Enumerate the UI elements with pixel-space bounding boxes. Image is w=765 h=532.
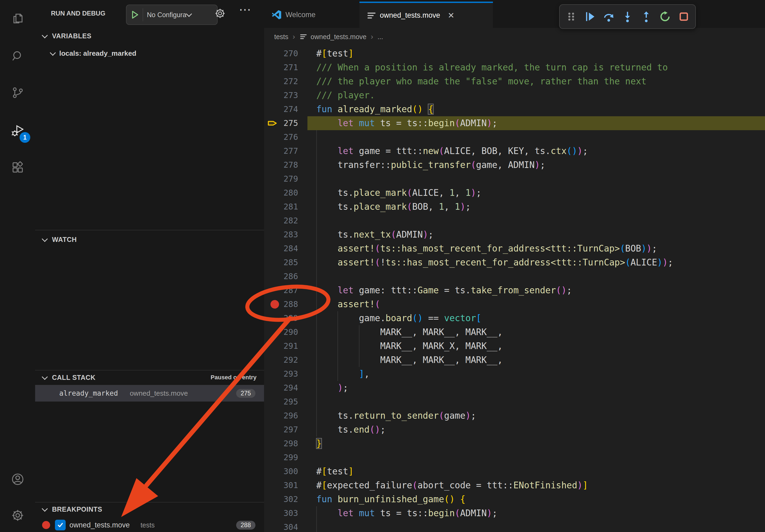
tab-owned-tests[interactable]: owned_tests.move ✕ [360, 2, 493, 28]
line-number[interactable]: 291 [270, 339, 298, 353]
close-icon[interactable]: ✕ [447, 11, 454, 20]
code-line-293[interactable]: 293 ], [264, 367, 765, 381]
step-out-button[interactable] [640, 10, 652, 23]
line-number[interactable]: 273 [270, 89, 298, 102]
code-line-280[interactable]: 280 ts.place_mark(ALICE, 1, 1); [264, 186, 765, 200]
line-number[interactable]: 299 [270, 450, 298, 464]
call-stack-section-header[interactable]: CALL STACK Paused on entry [35, 371, 264, 385]
line-number[interactable]: 272 [270, 75, 298, 89]
line-number[interactable]: 282 [270, 214, 298, 228]
line-number[interactable]: 285 [270, 256, 298, 269]
code-area[interactable]: 270#[test]271/// When a position is alre… [264, 46, 765, 532]
line-number[interactable]: 294 [270, 381, 298, 395]
account-icon[interactable] [0, 464, 35, 494]
watch-section-header[interactable]: WATCH [35, 230, 264, 249]
line-number[interactable]: 292 [270, 353, 298, 367]
stop-button[interactable] [678, 10, 690, 23]
code-line-282[interactable]: 282 [264, 214, 765, 228]
line-number[interactable]: 274 [270, 102, 298, 116]
code-line-303[interactable]: 303 let mut ts = ts::begin(ADMIN); [264, 506, 765, 520]
line-number[interactable]: 289 [270, 311, 298, 325]
more-actions-icon[interactable]: ⋯ [239, 2, 252, 17]
line-number[interactable]: 293 [270, 367, 298, 381]
code-line-283[interactable]: 283 ts.next_tx(ADMIN); [264, 228, 765, 242]
code-line-292[interactable]: 292 MARK__, MARK__, MARK__, [264, 353, 765, 367]
line-number[interactable]: 295 [270, 395, 298, 409]
line-number[interactable]: 297 [270, 423, 298, 437]
code-line-270[interactable]: 270#[test] [264, 47, 765, 61]
variables-locals-item[interactable]: locals: already_marked [35, 45, 264, 62]
code-line-294[interactable]: 294 ); [264, 381, 765, 395]
line-number[interactable]: 298 [270, 437, 298, 450]
line-number[interactable]: 278 [270, 158, 298, 172]
code-line-298[interactable]: 298} [264, 437, 765, 450]
line-number[interactable]: 275 [270, 116, 298, 130]
code-line-277[interactable]: 277 let game = ttt::new(ALICE, BOB, KEY,… [264, 144, 765, 158]
breadcrumb[interactable]: tests › owned_tests.move › ... [264, 28, 765, 46]
line-number[interactable]: 284 [270, 242, 298, 256]
toolbar-drag-handle[interactable] [565, 10, 577, 23]
line-number[interactable]: 271 [270, 61, 298, 75]
code-line-296[interactable]: 296 ts.return_to_sender(game); [264, 409, 765, 423]
line-number[interactable]: 301 [270, 478, 298, 492]
breakpoint-checkbox[interactable] [55, 520, 66, 530]
breadcrumb-item[interactable]: ... [378, 33, 383, 41]
code-line-299[interactable]: 299 [264, 450, 765, 464]
code-line-301[interactable]: 301#[expected_failure(abort_code = ttt::… [264, 478, 765, 492]
tab-welcome[interactable]: Welcome [264, 2, 360, 28]
debug-config-dropdown[interactable]: No Configura [126, 5, 218, 25]
code-line-286[interactable]: 286 [264, 269, 765, 283]
code-line-276[interactable]: 276 [264, 130, 765, 144]
line-number[interactable]: 270 [270, 47, 298, 61]
line-number[interactable]: 300 [270, 464, 298, 478]
line-number[interactable]: 296 [270, 409, 298, 423]
code-line-297[interactable]: 297 ts.end(); [264, 423, 765, 437]
code-line-284[interactable]: 284 assert!(ts::has_most_recent_for_addr… [264, 242, 765, 256]
run-and-debug-icon[interactable]: 1 [0, 116, 35, 145]
code-line-273[interactable]: 273/// player. [264, 89, 765, 102]
code-line-274[interactable]: 274fun already_marked() { [264, 102, 765, 116]
code-line-289[interactable]: 289 game.board() == vector[ [264, 311, 765, 325]
line-number[interactable]: 276 [270, 130, 298, 144]
source-control-icon[interactable] [0, 78, 35, 108]
line-number[interactable]: 280 [270, 186, 298, 200]
line-number[interactable]: 281 [270, 200, 298, 214]
start-debug-icon[interactable] [130, 10, 139, 20]
code-line-278[interactable]: 278 transfer::public_transfer(game, ADMI… [264, 158, 765, 172]
code-line-291[interactable]: 291 MARK__, MARK_X, MARK__, [264, 339, 765, 353]
line-number[interactable]: 303 [270, 506, 298, 520]
line-number[interactable]: 288 [270, 297, 298, 311]
restart-button[interactable] [659, 10, 671, 23]
line-number[interactable]: 286 [270, 269, 298, 283]
code-line-295[interactable]: 295 [264, 395, 765, 409]
code-line-300[interactable]: 300#[test] [264, 464, 765, 478]
code-line-279[interactable]: 279 [264, 172, 765, 186]
code-line-288[interactable]: 288 assert!( [264, 297, 765, 311]
call-stack-frame[interactable]: already_marked owned_tests.move 275 [35, 385, 264, 401]
settings-gear-icon[interactable] [0, 501, 35, 530]
line-number[interactable]: 287 [270, 283, 298, 297]
code-line-285[interactable]: 285 assert!(!ts::has_most_recent_for_add… [264, 256, 765, 269]
step-over-button[interactable] [602, 10, 615, 23]
line-number[interactable]: 302 [270, 492, 298, 506]
line-number[interactable]: 304 [270, 520, 298, 532]
line-number[interactable]: 279 [270, 172, 298, 186]
code-line-302[interactable]: 302fun burn_unfinished_game() { [264, 492, 765, 506]
debug-settings-gear-icon[interactable] [214, 8, 226, 19]
code-line-271[interactable]: 271/// When a position is already marked… [264, 61, 765, 75]
code-line-290[interactable]: 290 MARK__, MARK__, MARK__, [264, 325, 765, 339]
code-line-281[interactable]: 281 ts.place_mark(BOB, 1, 1); [264, 200, 765, 214]
step-into-button[interactable] [621, 10, 634, 23]
code-line-275[interactable]: 275 let mut ts = ts::begin(ADMIN); [264, 116, 765, 130]
search-icon[interactable] [0, 41, 35, 71]
breadcrumb-item[interactable]: owned_tests.move [311, 33, 367, 41]
extensions-icon[interactable] [0, 153, 35, 182]
line-number[interactable]: 290 [270, 325, 298, 339]
line-number[interactable]: 277 [270, 144, 298, 158]
code-line-304[interactable]: 304 [264, 520, 765, 532]
variables-section-header[interactable]: VARIABLES [35, 27, 264, 45]
code-line-272[interactable]: 272/// the player who made the "false" m… [264, 75, 765, 89]
code-line-287[interactable]: 287 let game: ttt::Game = ts.take_from_s… [264, 283, 765, 297]
breakpoint-item[interactable]: owned_tests.move tests 288 [35, 517, 264, 532]
continue-button[interactable] [584, 10, 596, 23]
